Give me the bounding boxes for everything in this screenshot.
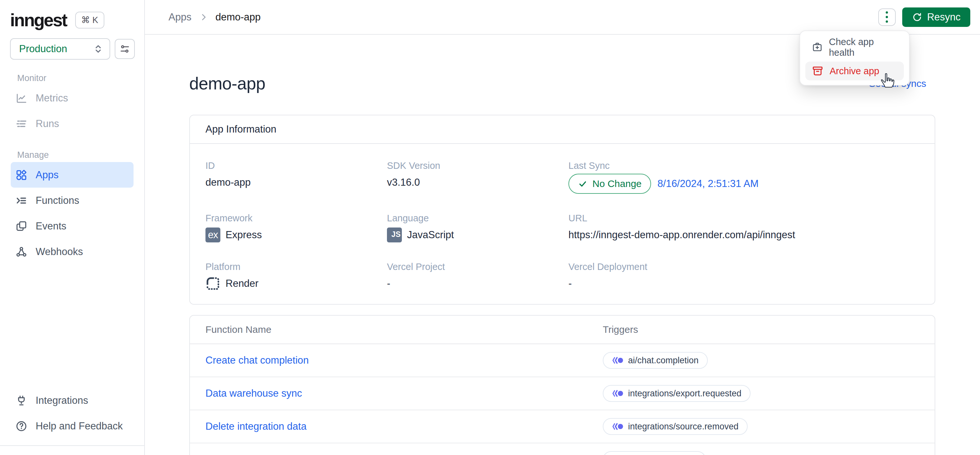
sidebar-item-events[interactable]: Events	[11, 213, 134, 239]
environment-select-value: Production	[19, 43, 67, 55]
info-field-id: ID demo-app	[205, 160, 387, 194]
functions-table-header: Function Name Triggers	[190, 316, 935, 344]
environment-filter-button[interactable]	[115, 39, 135, 59]
table-row: Create chat completion ai/chat.completio…	[190, 344, 935, 377]
menu-item-check-app-health[interactable]: Check app health	[805, 36, 904, 59]
sidebar-item-label: Events	[36, 220, 67, 232]
column-function-name: Function Name	[205, 324, 603, 335]
top-actions: Resync	[878, 8, 970, 27]
refresh-icon	[912, 12, 922, 22]
sidebar-item-apps[interactable]: Apps	[11, 162, 134, 188]
runs-icon	[16, 118, 27, 130]
trigger-badge: ai/chat.completion	[603, 352, 708, 369]
logo-row: inngest ⌘ K	[0, 0, 144, 30]
top-bar: Apps demo-app Resync	[145, 0, 980, 35]
sidebar-item-runs[interactable]: Runs	[11, 111, 134, 137]
section-label-monitor: Monitor	[17, 73, 144, 83]
environment-row: Production	[0, 38, 144, 60]
app-actions-menu-button[interactable]	[878, 8, 896, 26]
environment-select[interactable]: Production	[10, 38, 110, 60]
info-field-vercel-deployment: Vercel Deployment -	[568, 261, 919, 291]
app-information-title: App Information	[190, 115, 935, 144]
sliders-icon	[119, 43, 130, 54]
sidebar-item-integrations[interactable]: Integrations	[11, 388, 134, 413]
app-information-grid: ID demo-app SDK Version v3.16.0 Last Syn…	[190, 144, 935, 304]
menu-item-label: Check app health	[829, 37, 897, 58]
event-trigger-icon	[612, 422, 624, 431]
sidebar-item-label: Help and Feedback	[36, 420, 123, 432]
express-icon: ex	[205, 228, 220, 242]
sidebar: inngest ⌘ K Production Monitor Metrics	[0, 0, 145, 455]
hand-pointer-cursor	[880, 73, 895, 88]
column-triggers: Triggers	[603, 324, 919, 335]
chevron-right-icon	[199, 12, 208, 22]
plug-icon	[16, 395, 27, 406]
events-icon	[16, 220, 27, 232]
render-icon	[205, 276, 220, 291]
sidebar-spacer	[0, 264, 144, 388]
sidebar-item-webhooks[interactable]: Webhooks	[11, 239, 134, 264]
resync-button[interactable]: Resync	[902, 8, 970, 27]
section-label-manage: Manage	[17, 150, 144, 160]
sidebar-item-metrics[interactable]: Metrics	[11, 85, 134, 111]
page-content: demo-app See all syncs App Information I…	[145, 35, 980, 455]
archive-icon	[812, 65, 824, 77]
table-row: Data warehouse sync integrations/export.…	[190, 377, 935, 410]
apps-icon	[16, 169, 27, 181]
sidebar-item-label: Apps	[36, 169, 59, 181]
functions-table-card: Function Name Triggers Create chat compl…	[189, 315, 935, 455]
main-area: Apps demo-app Resync demo-app See all sy…	[145, 0, 980, 455]
metrics-icon	[16, 92, 27, 104]
sidebar-item-label: Integrations	[36, 395, 88, 406]
info-field-platform: Platform Render	[205, 261, 387, 291]
sidebar-item-functions[interactable]: Functions	[11, 188, 134, 213]
resync-label: Resync	[927, 11, 961, 23]
function-link-data-warehouse-sync[interactable]: Data warehouse sync	[205, 388, 603, 399]
javascript-icon: JS	[387, 228, 402, 242]
command-k-shortcut[interactable]: ⌘ K	[75, 12, 105, 29]
trigger-badge: integrations/export.requested	[603, 385, 751, 402]
help-icon	[16, 420, 27, 432]
info-field-language: Language JS JavaScript	[387, 213, 568, 242]
menu-item-label: Archive app	[830, 66, 879, 76]
info-field-last-sync: Last Sync No Change 8/16/2024, 2:51:31 A…	[568, 160, 919, 194]
sidebar-item-label: Webhooks	[36, 246, 83, 258]
sidebar-item-label: Functions	[36, 195, 79, 207]
event-trigger-icon	[612, 389, 624, 398]
no-change-badge: No Change	[568, 174, 651, 194]
breadcrumb: Apps demo-app	[169, 11, 261, 23]
sidebar-footer: Integrations Help and Feedback	[0, 388, 144, 455]
breadcrumb-apps[interactable]: Apps	[169, 11, 191, 23]
function-link-delete-integration-data[interactable]: Delete integration data	[205, 421, 603, 432]
inngest-logo: inngest	[10, 10, 67, 30]
last-sync-timestamp-link[interactable]: 8/16/2024, 2:51:31 AM	[657, 178, 759, 189]
health-kit-icon	[812, 41, 823, 53]
page-title: demo-app	[189, 73, 266, 93]
info-field-url: URL https://inngest-demo-app.onrender.co…	[568, 213, 919, 242]
monitor-nav: Metrics Runs	[0, 85, 144, 137]
info-field-framework: Framework ex Express	[205, 213, 387, 242]
trigger-badge: ai/video.uploaded	[603, 451, 706, 455]
sidebar-item-label: Runs	[36, 118, 59, 130]
chevron-up-down-icon	[93, 43, 104, 54]
info-field-sdk-version: SDK Version v3.16.0	[387, 160, 568, 194]
functions-icon	[16, 195, 27, 207]
app-information-card: App Information ID demo-app SDK Version …	[189, 115, 935, 305]
function-link-generate-video-transcript[interactable]: Generate video transcript	[205, 454, 603, 455]
sidebar-item-help[interactable]: Help and Feedback	[11, 413, 134, 439]
breadcrumb-demo-app: demo-app	[215, 11, 261, 23]
manage-nav: Apps Functions Events Webhooks	[0, 162, 144, 264]
webhooks-icon	[16, 246, 27, 258]
table-row: Generate video transcript ai/video.uploa…	[190, 443, 935, 455]
table-row: Delete integration data integrations/sou…	[190, 410, 935, 443]
event-trigger-icon	[612, 356, 624, 364]
check-icon	[578, 179, 587, 189]
sidebar-item-label: Metrics	[36, 92, 68, 104]
trigger-badge: integrations/source.removed	[603, 418, 748, 435]
function-link-create-chat-completion[interactable]: Create chat completion	[205, 355, 603, 366]
info-field-vercel-project: Vercel Project -	[387, 261, 568, 291]
